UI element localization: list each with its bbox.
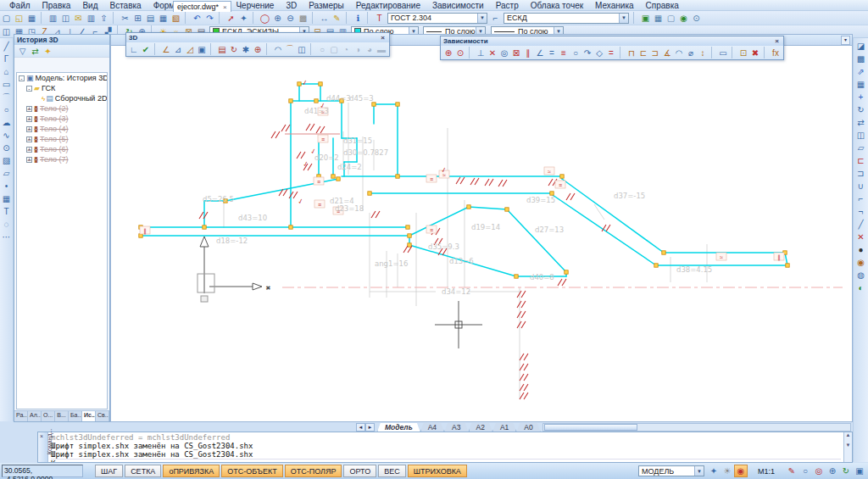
layout-tab-А1[interactable]: А1 (492, 423, 516, 432)
annotation-monitor-icon[interactable]: ✦ (707, 465, 721, 477)
arc-icon[interactable]: ⌒ (0, 91, 13, 103)
chevron-down-icon[interactable]: ▼ (477, 14, 487, 23)
more-tools-icon[interactable]: ⋯ (0, 231, 13, 243)
status-toggle-ОТС-ОБЪЕКТ[interactable]: ОТС-ОБЪЕКТ (221, 465, 282, 477)
command-prompt[interactable]: Команда: (51, 459, 841, 462)
menu-item-1[interactable]: Файл (3, 0, 36, 11)
space-mode-combo[interactable]: МОДЕЛЬ ▼ (638, 465, 704, 476)
render-icon[interactable]: ◑ (352, 43, 364, 55)
panel-tab[interactable]: Ра... (14, 411, 28, 421)
zoom-window-icon[interactable]: ◎ (812, 465, 826, 477)
sweep-icon[interactable]: ⊕ (252, 43, 264, 55)
tree-expander-icon[interactable]: + (26, 136, 32, 142)
boolean-union-icon[interactable]: ◠ (272, 43, 284, 55)
loft-icon[interactable]: ✱ (240, 43, 252, 55)
collinear-constraint-icon[interactable]: ✕ (487, 47, 498, 58)
tree-item[interactable]: +▮Тело (4) (17, 124, 107, 134)
batch-plot-icon[interactable]: ▥ (85, 12, 97, 24)
notes-icon[interactable]: ▢ (665, 12, 677, 24)
zoom-realtime-icon[interactable]: ○ (798, 465, 812, 477)
filter-icon[interactable]: ▽ (16, 45, 29, 57)
layout-tab-А3[interactable]: А3 (444, 423, 468, 432)
hatch-icon[interactable]: ▨ (0, 154, 13, 167)
menu-item-7[interactable]: Черчение (230, 0, 280, 11)
layout-tab-А4[interactable]: А4 (420, 423, 444, 432)
section-icon[interactable]: ◫ (296, 43, 308, 55)
copy-icon[interactable]: ⊞ (131, 12, 144, 24)
doc-compare-icon[interactable]: ▣ (639, 12, 652, 24)
menu-item-14[interactable]: Механика (589, 0, 640, 11)
vertical-dim-constraint-icon[interactable]: ⊐ (649, 47, 661, 58)
menu-item-13[interactable]: Облака точек (525, 0, 589, 11)
tab-nav-left-icon[interactable]: ◄ (356, 423, 365, 432)
parameters-manager-icon[interactable]: fx (770, 47, 782, 58)
horizontal-scrollbar[interactable] (542, 423, 851, 432)
redo-icon[interactable]: ↷ (203, 12, 216, 24)
revolve-icon[interactable]: ↻ (228, 43, 240, 55)
paste-icon[interactable]: ▤ (144, 12, 157, 24)
materials-icon[interactable]: ▬ (376, 43, 387, 55)
tree-item[interactable]: +▮Тело (3) (17, 114, 107, 124)
zoom-extents-icon[interactable]: ⊕ (826, 465, 839, 477)
gradient-icon[interactable]: ▱ (0, 167, 13, 180)
quick-measure-icon[interactable]: ✎ (331, 12, 343, 24)
tree-expander-icon[interactable]: + (26, 106, 32, 112)
auto-constrain-icon[interactable]: ⊕ (442, 47, 454, 58)
toolbar-titlebar[interactable]: Зависимости × (441, 36, 783, 46)
status-toggle-ШАГ[interactable]: ШАГ (95, 465, 123, 477)
finish-sketch-icon[interactable]: ✔ (140, 43, 152, 55)
menu-item-9[interactable]: Размеры (303, 0, 350, 11)
attach-icon[interactable]: ➚ (225, 12, 237, 24)
table-icon[interactable]: ▦ (0, 192, 13, 205)
parallel-constraint-icon[interactable]: ∥ (522, 47, 534, 58)
tree-item[interactable]: +▮Тело (5) (17, 134, 107, 144)
mirror-icon[interactable]: ⇗ (854, 65, 867, 78)
close-icon[interactable]: × (223, 3, 227, 11)
dim-style-icon[interactable]: ⌐ (489, 12, 502, 24)
plot-preview-icon[interactable]: ◫ (59, 12, 72, 24)
plot-icon[interactable]: ▥ (47, 12, 59, 24)
aligned-dim-constraint-icon[interactable]: ∡ (661, 47, 673, 58)
project-geometry-icon[interactable]: ⊿ (172, 43, 184, 55)
equal-constraint-icon[interactable]: = (605, 47, 617, 58)
status-toggle-оПРИВЯЗКА[interactable]: оПРИВЯЗКА (163, 465, 220, 477)
tree-expander-icon[interactable]: + (26, 157, 32, 163)
show-constraints-icon[interactable]: ▭ (717, 47, 729, 58)
tree-item[interactable]: +▮Тело (2) (17, 103, 107, 114)
coincident-constraint-icon[interactable]: ⊥ (475, 47, 487, 58)
fixed-constraint-icon[interactable]: ⊠ (510, 47, 522, 58)
concentric-constraint-icon[interactable]: ◎ (498, 47, 510, 58)
new-file-icon[interactable]: ▢ (0, 12, 13, 24)
command-scrollbar[interactable]: ▲▼ (843, 432, 852, 462)
image-icon[interactable]: ▩ (297, 12, 309, 24)
array-icon[interactable]: ▦ (854, 78, 867, 91)
status-toggle-СЕТКА[interactable]: СЕТКА (125, 465, 161, 477)
status-toggle-ОРТО[interactable]: ОРТО (343, 465, 376, 477)
new-sketch-icon[interactable]: ∟ (128, 43, 140, 55)
tangent-constraint-icon[interactable]: ○ (570, 47, 581, 58)
tree-item[interactable]: -▣Модель: История 3D построений (17, 73, 107, 83)
save-icon[interactable]: ▦ (25, 12, 38, 24)
command-window-titlebar[interactable]: × Команд... (38, 432, 48, 462)
extrude-icon[interactable]: ▤ (216, 43, 228, 55)
horizontal-constraint-icon[interactable]: = (546, 47, 558, 58)
circle-icon[interactable]: ○ (0, 103, 13, 116)
panel-tab[interactable]: Ал... (28, 411, 42, 421)
status-toggle-ОТС-ПОЛЯР[interactable]: ОТС-ПОЛЯР (285, 465, 342, 477)
constrain-point-icon[interactable]: ⊙ (454, 47, 466, 58)
standard-combo[interactable]: ЕСКД ▼ (504, 13, 629, 24)
properties-icon[interactable]: ▧ (170, 12, 182, 24)
tab-scroll-button[interactable]: ▾ (841, 36, 850, 45)
tree-expander-icon[interactable]: - (19, 75, 25, 81)
annotation-scale-icon[interactable]: ◉ (734, 465, 748, 477)
distance-icon[interactable]: ↔ (318, 12, 331, 24)
ellipse-icon[interactable]: ⊙ (0, 142, 13, 154)
join-icon[interactable]: ⌐ (854, 192, 867, 205)
spline-icon[interactable]: ∿ (0, 129, 13, 142)
chevron-down-icon[interactable]: ▼ (619, 14, 628, 23)
camera-icon[interactable]: ◉ (677, 12, 690, 24)
text-style-icon[interactable]: T (373, 12, 386, 24)
offset-icon[interactable]: ▱ (854, 142, 867, 154)
drawing-canvas[interactable]: ▾ ∥≡≡≡≡≡≈≡≈∥≡≈≈✓✓✓✓✓✓×d44=3d45=3d41=3d31… (110, 34, 853, 422)
status-toggle-ВЕС[interactable]: ВЕС (378, 465, 406, 477)
